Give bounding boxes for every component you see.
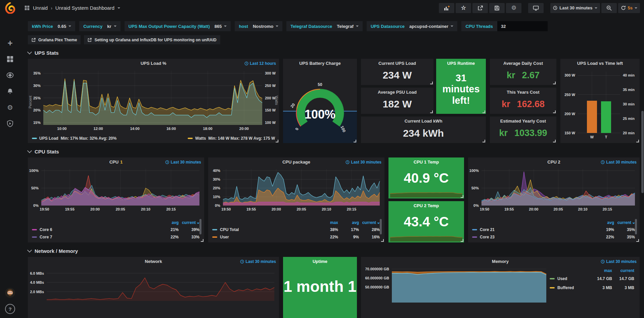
panel-title-variable: 1 (120, 160, 123, 165)
variable-value-dropdown[interactable]: 865 (215, 24, 227, 29)
legend-value: 22% (317, 235, 338, 239)
legend-scrollbar[interactable] (199, 219, 201, 234)
variable-kwh-price[interactable]: kWh Price 0.65 (28, 21, 75, 31)
panel-current-ups-load: Current UPS Load 234 W (361, 59, 433, 85)
legend-header: max avg current (212, 219, 380, 226)
svg-text:10:00: 10:00 (57, 127, 66, 131)
legend-column-current[interactable]: current (614, 220, 635, 225)
time-range-picker[interactable]: Last 30 minutes (550, 3, 600, 13)
grafana-logo[interactable] (0, 0, 20, 16)
add-panel-button[interactable] (439, 3, 454, 13)
panel-title[interactable]: UPS Load vs Time left (560, 59, 640, 67)
refresh-button[interactable]: 5s (618, 3, 640, 13)
chevron-down-icon[interactable] (118, 7, 120, 9)
variable-ups-datasource[interactable]: UPS Datasource apcupsd-container (367, 21, 457, 31)
panel-title[interactable]: CPU 2 Temp (388, 201, 464, 210)
legend-item-watts[interactable]: Watts Min: 148 W Max: 278 W Avg: 175 W (188, 136, 275, 141)
variable-value-dropdown[interactable]: 0.65 (58, 24, 71, 29)
sidebar-item-dashboards[interactable] (0, 51, 20, 67)
user-avatar[interactable] (5, 288, 15, 299)
legend-series-cpu-total[interactable]: CPU Total (212, 227, 317, 232)
sidebar-item-explore[interactable] (0, 67, 20, 83)
sidebar-item-alerting[interactable] (0, 83, 20, 99)
legend-value: 14.7 GB (612, 276, 634, 281)
panel-title[interactable]: UPS Battery Charge (283, 59, 357, 67)
variable-value-dropdown[interactable]: kr (107, 24, 116, 29)
svg-text:19:55: 19:55 (504, 207, 514, 211)
legend-series-core21[interactable]: Core 21 (472, 227, 593, 232)
variable-value-dropdown[interactable]: apcupsd-container (409, 24, 453, 29)
page-scrollbar[interactable] (641, 111, 644, 193)
sidebar-item-server-admin[interactable] (0, 116, 20, 132)
panel-title[interactable]: Memory (361, 257, 640, 266)
legend-column-max[interactable]: max (317, 220, 338, 225)
section-network-memory[interactable]: Network / Memory (28, 248, 640, 254)
legend-column-current[interactable]: current (612, 268, 634, 273)
variable-value-dropdown[interactable]: Nostromo (253, 24, 278, 29)
cpu-package-chart[interactable]: 19:5019:5520:0020:0520:1020:1540%30%20%1… (208, 166, 384, 213)
sidebar-item-configuration[interactable]: ⚙ (0, 99, 20, 116)
battery-gauge[interactable]: 02050100100% (283, 67, 357, 143)
link-ups-monitoring-guide[interactable]: Setting up Grafana and InfluxDB for UPS … (84, 35, 220, 44)
legend-series-user[interactable]: User (212, 235, 317, 239)
legend-column-avg[interactable]: avg (158, 220, 179, 225)
panel-title[interactable]: Current Load kWh (361, 117, 486, 125)
save-button[interactable] (489, 3, 505, 13)
zoom-out-button[interactable] (601, 3, 617, 13)
cpu1-chart[interactable]: 19:5019:5520:0020:0520:1020:15100%50%0% (28, 166, 204, 213)
legend-series-core6[interactable]: Core 6 (32, 227, 158, 232)
legend-scrollbar[interactable] (635, 219, 637, 234)
memory-chart[interactable]: 70.000000 GB60.000000 GB50.000000 GB (361, 266, 549, 306)
refresh-interval-label[interactable]: 5s (628, 5, 633, 10)
avatar-icon (5, 288, 15, 298)
panel-title[interactable]: Average PSU Load (361, 88, 433, 96)
panel-title[interactable]: Current UPS Load (361, 59, 433, 67)
legend-row: Core 21 19% 35% (472, 226, 635, 233)
section-ups-stats[interactable]: UPS Stats (28, 50, 640, 56)
panel-title[interactable]: Uptime (283, 257, 357, 266)
legend-series-core23[interactable]: Core 23 (472, 235, 593, 239)
variable-telegraf-datasource[interactable]: Telegraf Datasource Telegraf (286, 21, 363, 31)
cpu-threads-input[interactable]: 32 (497, 21, 548, 31)
legend-item-ups-load[interactable]: UPS Load Min: 17% Max: 32% Avg: 20% (32, 136, 117, 141)
load-vs-time-chart[interactable]: 300 W250 W200 W150 W40 min35 min30 min25… (560, 67, 640, 141)
share-button[interactable] (472, 3, 488, 13)
legend-column-current[interactable]: current (359, 220, 380, 225)
network-chart[interactable]: 6.0 MBs4.0 MBs2.0 MBs (28, 266, 279, 303)
link-grafana-plex-theme[interactable]: Grafana Plex Theme (28, 35, 81, 44)
sidebar-item-create[interactable]: + (0, 35, 20, 51)
section-title: Network / Memory (35, 248, 78, 254)
breadcrumb-root[interactable]: Unraid (33, 5, 48, 11)
legend-column-max[interactable]: max (590, 268, 612, 273)
legend-column-avg[interactable]: avg (338, 220, 359, 225)
panel-title[interactable]: CPU 1 Temp (388, 157, 464, 166)
settings-button[interactable]: ⚙ (506, 3, 521, 13)
legend-column-current[interactable]: current (179, 220, 199, 225)
tv-mode-button[interactable] (528, 3, 544, 13)
chevron-down-icon[interactable] (635, 7, 637, 9)
panel-title[interactable]: UPS Load % (28, 59, 279, 67)
page-title[interactable]: Unraid System Dashboard (55, 5, 114, 11)
section-cpu-stats[interactable]: CPU Stats (28, 149, 640, 154)
zoom-out-icon (606, 5, 612, 11)
legend-series-buffered[interactable]: Buffered (550, 285, 590, 290)
variable-value-dropdown[interactable]: Telegraf (337, 24, 359, 29)
variable-currency[interactable]: Currency kr (79, 21, 120, 31)
legend-scrollbar[interactable] (380, 219, 382, 234)
ups-load-chart[interactable]: 10:0012:0014:0016:0018:0020:0035%30%25%2… (28, 67, 279, 132)
panel-title[interactable]: Estimated Yearly Cost (490, 117, 556, 125)
cpu2-chart[interactable]: 19:5019:5520:0020:0520:1020:15100%50%0% (468, 166, 640, 213)
legend-series-used[interactable]: Used (550, 276, 590, 281)
help-button[interactable]: ? (5, 304, 15, 314)
panel-title[interactable]: This Years Cost (490, 88, 556, 96)
variable-host[interactable]: host Nostromo (235, 21, 282, 31)
legend-series-core7[interactable]: Core 7 (32, 235, 158, 239)
star-button[interactable]: ☆ (456, 3, 471, 13)
shield-icon (7, 120, 13, 127)
variable-ups-max-output[interactable]: UPS Max Output Power Capacity (Watt) 865 (125, 21, 231, 31)
panel-title[interactable]: UPS Runtime (436, 59, 486, 67)
panel-title[interactable]: Average Daily Cost (490, 59, 556, 67)
svg-text:250 W: 250 W (564, 93, 575, 97)
dashboard-content: kWh Price 0.65 Currency kr UPS Max Outpu… (20, 16, 644, 318)
legend-column-avg[interactable]: avg (593, 220, 614, 225)
